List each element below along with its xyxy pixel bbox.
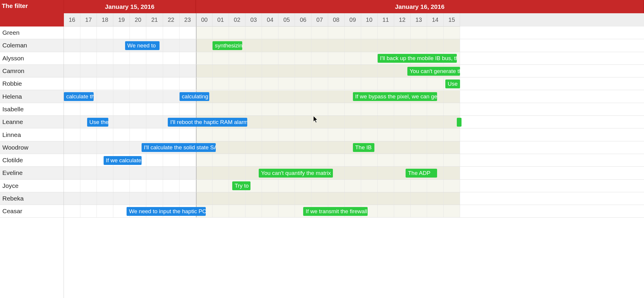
hour-header-cell[interactable]: 07	[311, 13, 328, 27]
filter-title-text: The filter	[2, 2, 28, 9]
scheduler: The filter January 15, 2016 January 16, …	[0, 0, 644, 298]
row-labels-column: GreenColemanAlyssonCamronRobbieHelenaIsa…	[0, 27, 64, 298]
event-bar[interactable]: Try to	[232, 181, 250, 190]
resource-row-label[interactable]: Robbie	[0, 77, 64, 90]
resource-row-label[interactable]: Linnea	[0, 128, 64, 141]
hour-header-cell[interactable]: 23	[180, 13, 196, 27]
hour-header-cell[interactable]: 03	[245, 13, 262, 27]
hour-header-cell[interactable]: 00	[196, 13, 213, 27]
hour-header-cell[interactable]: 14	[427, 13, 444, 27]
day-header-row: January 15, 2016 January 16, 2016	[64, 0, 644, 13]
event-bar[interactable]: If we transmit the firewall,	[303, 207, 368, 216]
event-bar[interactable]: I'll reboot the haptic RAM alarm,	[168, 118, 247, 127]
hour-header-cell[interactable]: 22	[163, 13, 180, 27]
resource-row-label[interactable]: Helena	[0, 90, 64, 103]
resource-row-label[interactable]: Leanne	[0, 116, 64, 128]
hour-header-row: 1617181920212223000102030405060708091011…	[64, 13, 644, 27]
event-bar[interactable]: If we calculate	[104, 156, 142, 165]
hour-header-cell[interactable]: 16	[64, 13, 80, 27]
resource-row-label[interactable]: Isabelle	[0, 103, 64, 116]
hour-header-cell[interactable]: 20	[130, 13, 146, 27]
event-bar[interactable]: If we bypass the pixel, we can get to	[353, 92, 437, 101]
event-bar[interactable]: I'll back up the mobile IB bus, that	[378, 54, 457, 63]
resource-row-label[interactable]: Alysson	[0, 52, 64, 65]
hour-header-cell[interactable]: 13	[411, 13, 427, 27]
filter-title: The filter	[0, 0, 64, 27]
hour-header-cell[interactable]: 10	[361, 13, 378, 27]
event-bar[interactable]: calculating	[180, 92, 209, 101]
day-header-cell[interactable]: January 16, 2016	[196, 0, 644, 13]
resource-row-label[interactable]: Joyce	[0, 180, 64, 192]
hour-header-cell[interactable]: 08	[328, 13, 345, 27]
resource-row-label[interactable]: Coleman	[0, 39, 64, 52]
hour-header-cell[interactable]: 09	[345, 13, 361, 27]
hour-header-cell[interactable]: 21	[146, 13, 163, 27]
event-bar[interactable]: We need to	[125, 41, 160, 50]
resource-row-label[interactable]: Ceasar	[0, 205, 64, 218]
event-bar[interactable]: The ADP	[406, 169, 437, 178]
hour-header-cell[interactable]: 01	[213, 13, 229, 27]
event-bar[interactable]: We need to input the haptic PCI	[127, 207, 206, 216]
hour-header-cell[interactable]: 06	[295, 13, 311, 27]
timeline-grid[interactable]: We need tosynthesizingI'll back up the m…	[64, 27, 644, 218]
hour-header-cell[interactable]: 19	[113, 13, 130, 27]
hour-header-cell[interactable]: 18	[97, 13, 113, 27]
event-bar[interactable]: synthesizing	[213, 41, 242, 50]
hour-header-cell[interactable]: 15	[444, 13, 460, 27]
day-header-cell[interactable]: January 15, 2016	[64, 0, 196, 13]
event-bar[interactable]	[457, 118, 462, 127]
resource-row-label[interactable]: Clotilde	[0, 154, 64, 167]
resource-row-label[interactable]: Rebeka	[0, 192, 64, 205]
hour-header-cell[interactable]: 02	[229, 13, 245, 27]
resource-row-label[interactable]: Camron	[0, 65, 64, 77]
hour-header-cell[interactable]: 12	[394, 13, 411, 27]
hour-header-cell[interactable]: 11	[378, 13, 394, 27]
hour-header-cell[interactable]: 05	[278, 13, 295, 27]
events-layer: We need tosynthesizingI'll back up the m…	[64, 27, 644, 218]
event-bar[interactable]: Use	[445, 80, 460, 88]
event-bar[interactable]: Use the	[87, 118, 109, 127]
event-bar[interactable]: You can't quantify the matrix	[259, 169, 333, 178]
scheduler-body: GreenColemanAlyssonCamronRobbieHelenaIsa…	[0, 27, 644, 298]
event-bar[interactable]: calculate the	[64, 92, 94, 101]
event-bar[interactable]: The IB	[353, 143, 374, 152]
event-bar[interactable]: You can't generate the	[407, 67, 460, 76]
resource-row-label[interactable]: Woodrow	[0, 141, 64, 154]
resource-row-label[interactable]: Green	[0, 27, 64, 39]
hour-header-cell[interactable]: 17	[80, 13, 97, 27]
event-bar[interactable]: I'll calculate the solid state SAS	[142, 143, 216, 152]
resource-row-label[interactable]: Eveline	[0, 167, 64, 179]
hour-header-cell[interactable]: 04	[262, 13, 278, 27]
